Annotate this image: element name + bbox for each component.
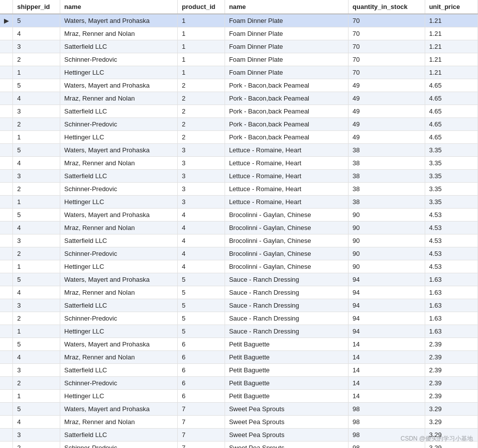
cell-unit-price: 4.65	[425, 105, 478, 118]
table-row[interactable]: 2Schinner-Predovic3Lettuce - Romaine, He…	[0, 183, 478, 196]
header-name2[interactable]: name	[225, 0, 348, 14]
table-row[interactable]: 3Satterfield LLC3Lettuce - Romaine, Hear…	[0, 170, 478, 183]
table-row[interactable]: 1Hettinger LLC5Sauce - Ranch Dressing941…	[0, 325, 478, 338]
cell-product-name: Pork - Bacon,back Peameal	[225, 131, 348, 144]
cell-quantity: 49	[349, 131, 425, 144]
cell-quantity: 70	[349, 53, 425, 66]
cell-quantity: 70	[349, 14, 425, 27]
cell-unit-price: 1.63	[425, 325, 478, 338]
cell-shipper-name: Mraz, Renner and Nolan	[60, 157, 178, 170]
table-row[interactable]: 5Waters, Mayert and Prohaska7Sweet Pea S…	[0, 403, 478, 416]
cell-shipper-name: Hettinger LLC	[60, 66, 178, 79]
cell-shipper-name: Satterfield LLC	[60, 429, 178, 442]
table-row[interactable]: 3Satterfield LLC7Sweet Pea Sprouts983.29	[0, 429, 478, 442]
table-row[interactable]: 5Waters, Mayert and Prohaska5Sauce - Ran…	[0, 273, 478, 286]
row-arrow	[0, 351, 13, 364]
table-row[interactable]: 2Schinner-Predovic6Petit Baguette142.39	[0, 377, 478, 390]
cell-quantity: 38	[349, 144, 425, 157]
cell-product-name: Pork - Bacon,back Peameal	[225, 92, 348, 105]
table-row[interactable]: 5Waters, Mayert and Prohaska3Lettuce - R…	[0, 144, 478, 157]
cell-product-id: 3	[178, 144, 225, 157]
table-header-row: shipper_id name product_id name quantity…	[0, 0, 478, 14]
table-row[interactable]: 4Mraz, Renner and Nolan7Sweet Pea Sprout…	[0, 416, 478, 429]
table-row[interactable]: 2Schinner-Predovic2Pork - Bacon,back Pea…	[0, 118, 478, 131]
cell-shipper-id: 3	[13, 105, 60, 118]
cell-product-id: 2	[178, 92, 225, 105]
cell-product-id: 2	[178, 131, 225, 144]
cell-product-name: Lettuce - Romaine, Heart	[225, 170, 348, 183]
cell-quantity: 90	[349, 260, 425, 273]
cell-shipper-name: Mraz, Renner and Nolan	[60, 27, 178, 40]
cell-shipper-name: Schinner-Predovic	[60, 247, 178, 260]
cell-product-name: Sauce - Ranch Dressing	[225, 286, 348, 299]
table-row[interactable]: 1Hettinger LLC4Brocolinni - Gaylan, Chin…	[0, 260, 478, 273]
cell-shipper-id: 5	[13, 14, 60, 27]
cell-product-id: 3	[178, 196, 225, 209]
row-arrow	[0, 92, 13, 105]
cell-unit-price: 3.35	[425, 157, 478, 170]
cell-product-id: 3	[178, 170, 225, 183]
cell-quantity: 94	[349, 286, 425, 299]
table-row[interactable]: 5Waters, Mayert and Prohaska6Petit Bague…	[0, 338, 478, 351]
table-row[interactable]: 4Mraz, Renner and Nolan6Petit Baguette14…	[0, 351, 478, 364]
cell-quantity: 38	[349, 170, 425, 183]
row-arrow	[0, 260, 13, 273]
cell-product-id: 5	[178, 299, 225, 312]
table-row[interactable]: 3Satterfield LLC6Petit Baguette142.39	[0, 364, 478, 377]
table-row[interactable]: 4Mraz, Renner and Nolan3Lettuce - Romain…	[0, 157, 478, 170]
cell-product-id: 7	[178, 403, 225, 416]
cell-product-id: 7	[178, 416, 225, 429]
row-arrow	[0, 403, 13, 416]
table-row[interactable]: 1Hettinger LLC1Foam Dinner Plate701.21	[0, 66, 478, 79]
cell-shipper-id: 3	[13, 364, 60, 377]
table-row[interactable]: 3Satterfield LLC5Sauce - Ranch Dressing9…	[0, 299, 478, 312]
cell-product-name: Pork - Bacon,back Peameal	[225, 118, 348, 131]
cell-unit-price: 2.39	[425, 338, 478, 351]
cell-quantity: 38	[349, 196, 425, 209]
table-row[interactable]: 5Waters, Mayert and Prohaska2Pork - Baco…	[0, 79, 478, 92]
cell-shipper-id: 5	[13, 209, 60, 222]
table-row[interactable]: 3Satterfield LLC2Pork - Bacon,back Peame…	[0, 105, 478, 118]
table-row[interactable]: 1Hettinger LLC2Pork - Bacon,back Peameal…	[0, 131, 478, 144]
cell-shipper-id: 4	[13, 92, 60, 105]
cell-unit-price: 4.53	[425, 222, 478, 234]
header-name1[interactable]: name	[60, 0, 178, 14]
cell-quantity: 94	[349, 312, 425, 325]
table-row[interactable]: 4Mraz, Renner and Nolan1Foam Dinner Plat…	[0, 27, 478, 40]
table-row[interactable]: 3Satterfield LLC4Brocolinni - Gaylan, Ch…	[0, 234, 478, 247]
row-arrow	[0, 247, 13, 260]
cell-unit-price: 4.53	[425, 247, 478, 260]
cell-product-id: 7	[178, 442, 225, 448]
cell-quantity: 90	[349, 209, 425, 222]
row-arrow	[0, 325, 13, 338]
cell-product-id: 4	[178, 247, 225, 260]
table-row[interactable]: 1Hettinger LLC3Lettuce - Romaine, Heart3…	[0, 196, 478, 209]
table-row[interactable]: 2Schinner-Predovic7Sweet Pea Sprouts983.…	[0, 442, 478, 448]
table-row[interactable]: ▶5Waters, Mayert and Prohaska1Foam Dinne…	[0, 14, 478, 27]
table-row[interactable]: 5Waters, Mayert and Prohaska4Brocolinni …	[0, 209, 478, 222]
header-product-id[interactable]: product_id	[178, 0, 225, 14]
table-row[interactable]: 2Schinner-Predovic5Sauce - Ranch Dressin…	[0, 312, 478, 325]
row-arrow	[0, 209, 13, 222]
table-row[interactable]: 2Schinner-Predovic1Foam Dinner Plate701.…	[0, 53, 478, 66]
header-quantity[interactable]: quantity_in_stock	[349, 0, 425, 14]
header-unit-price[interactable]: unit_price	[425, 0, 478, 14]
cell-shipper-id: 3	[13, 429, 60, 442]
table-row[interactable]: 1Hettinger LLC6Petit Baguette142.39	[0, 390, 478, 403]
cell-product-name: Sweet Pea Sprouts	[225, 403, 348, 416]
table-row[interactable]: 4Mraz, Renner and Nolan5Sauce - Ranch Dr…	[0, 286, 478, 299]
cell-shipper-name: Waters, Mayert and Prohaska	[60, 14, 178, 27]
cell-product-name: Brocolinni - Gaylan, Chinese	[225, 209, 348, 222]
table-row[interactable]: 3Satterfield LLC1Foam Dinner Plate701.21	[0, 40, 478, 53]
table-row[interactable]: 2Schinner-Predovic4Brocolinni - Gaylan, …	[0, 247, 478, 260]
cell-product-name: Brocolinni - Gaylan, Chinese	[225, 234, 348, 247]
cell-unit-price: 2.39	[425, 364, 478, 377]
table-row[interactable]: 4Mraz, Renner and Nolan4Brocolinni - Gay…	[0, 222, 478, 234]
cell-shipper-id: 4	[13, 351, 60, 364]
cell-product-id: 4	[178, 234, 225, 247]
cell-product-name: Foam Dinner Plate	[225, 27, 348, 40]
cell-shipper-name: Hettinger LLC	[60, 390, 178, 403]
header-shipper-id[interactable]: shipper_id	[13, 0, 60, 14]
cell-shipper-id: 5	[13, 273, 60, 286]
table-row[interactable]: 4Mraz, Renner and Nolan2Pork - Bacon,bac…	[0, 92, 478, 105]
